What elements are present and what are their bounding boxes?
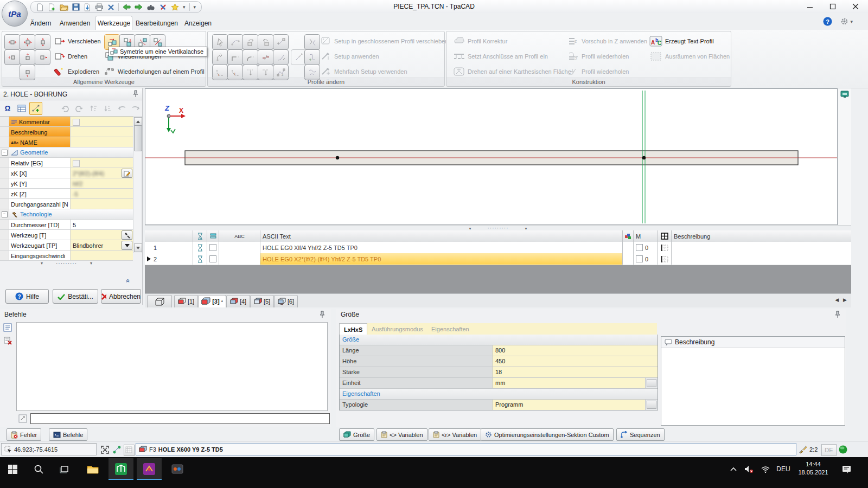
print-icon[interactable]: [95, 3, 104, 11]
round-corner-icon[interactable]: [242, 49, 258, 65]
favorites-star-icon[interactable]: [171, 3, 179, 11]
typologie-options-button[interactable]: [647, 401, 656, 409]
dropdown-arrow-icon[interactable]: [122, 241, 132, 250]
undo-icon[interactable]: [123, 4, 131, 10]
bestaetigen-button[interactable]: Bestäti...: [53, 289, 98, 304]
wiederholungen-profil-button[interactable]: Wiederholungen auf einem Profil: [104, 65, 205, 79]
center-xy-tool-icon[interactable]: [20, 34, 35, 50]
tab-ausfuehrungsmodus[interactable]: Ausführungsmodus: [367, 323, 427, 335]
section-geometrie[interactable]: − Geometrie: [0, 147, 133, 158]
tab-eigenschaften[interactable]: Eigenschaften: [427, 323, 474, 335]
ausraeumen-button[interactable]: Ausräumen von Flächen: [649, 49, 730, 63]
drehen-kartesisch-button[interactable]: Drehen auf einer Karthesischen Fläche: [453, 65, 571, 79]
add-to-profile-icon[interactable]: [304, 49, 320, 65]
settings-gear-icon[interactable]: ▾: [840, 17, 853, 25]
face-tabs-scroll-left-icon[interactable]: ◀: [835, 297, 839, 303]
setup-multi-button[interactable]: Mehrfach Setup verwenden: [321, 65, 407, 79]
tab-anwenden[interactable]: Anwenden: [58, 16, 92, 30]
face-tab-4[interactable]: [4]: [226, 295, 250, 307]
face-tab-1[interactable]: [1]: [174, 295, 198, 307]
tab-bearbeitungen[interactable]: Bearbeitungen: [135, 16, 179, 30]
tab-o-variablen[interactable]: <> Variablen: [376, 428, 427, 441]
setup-apply-button[interactable]: Setup anwenden: [321, 49, 379, 63]
column-fields-icon[interactable]: [623, 230, 634, 242]
favorites-dropdown-icon[interactable]: ▾: [183, 4, 186, 10]
tab-lxhxs[interactable]: LxHxS: [339, 323, 367, 335]
select-element-icon[interactable]: [212, 34, 228, 50]
tab-fehler[interactable]: Fehler: [7, 428, 41, 441]
setup-move-button[interactable]: Setup in geschlossenem Profil verschiebe…: [321, 34, 448, 48]
edit-formula-button[interactable]: [122, 169, 132, 178]
undo-disabled-icon[interactable]: [115, 102, 128, 115]
align-right-tool-icon[interactable]: [35, 49, 50, 65]
redo-disabled-icon[interactable]: [129, 102, 142, 115]
row-typologie[interactable]: Typologie Programm: [340, 400, 658, 410]
row-layer-checkbox[interactable]: [209, 244, 216, 251]
profil-korrektur-button[interactable]: Profil Korrektur: [453, 34, 507, 48]
center-x-tool-icon[interactable]: [4, 34, 20, 50]
column-m[interactable]: M: [634, 230, 658, 242]
import-file-icon[interactable]: [84, 3, 91, 11]
close-button[interactable]: [844, 0, 867, 13]
anschluesse-button[interactable]: Setzt Anschlüsse am Profil ein: [453, 49, 548, 63]
command-prompt-icon[interactable]: [18, 414, 27, 423]
task-view-icon[interactable]: [52, 458, 77, 480]
panel-splitter[interactable]: ▾ ········· ▾: [0, 261, 133, 266]
property-row-relativ[interactable]: Relativ [EG]: [0, 158, 133, 168]
pin-icon[interactable]: [833, 310, 842, 319]
fit-view-icon[interactable]: [101, 446, 109, 454]
customize-toolbar-icon[interactable]: ▾: [194, 4, 196, 10]
trim-profile-icon[interactable]: [273, 49, 289, 65]
help-icon[interactable]: ?: [823, 17, 832, 26]
tpa-logo[interactable]: tPa: [2, 1, 28, 27]
keyboard-language[interactable]: DEU: [774, 458, 793, 480]
add-geometry-icon[interactable]: [29, 102, 42, 115]
laenge-value[interactable]: 800: [493, 345, 658, 356]
einheit-value[interactable]: mm: [493, 378, 645, 388]
new-from-template-icon[interactable]: [48, 3, 56, 11]
properties-scrollbar[interactable]: [133, 116, 142, 253]
tab-groesse[interactable]: Größe: [339, 428, 374, 441]
full-view-icon[interactable]: [840, 91, 849, 98]
collapse-box[interactable]: −: [2, 150, 8, 156]
table-view-icon[interactable]: [15, 102, 28, 115]
row-laenge[interactable]: Länge 800: [340, 345, 658, 356]
sort-down-disabled-icon[interactable]: [101, 102, 114, 115]
taskbar-clock[interactable]: 14:44 18.05.2021: [793, 460, 833, 477]
tab-werkzeuge[interactable]: Werkzeuge: [95, 16, 132, 30]
search-icon[interactable]: [146, 4, 155, 11]
property-row-durchgangsanzahl[interactable]: Durchgangsanzahl [N: [0, 199, 133, 209]
pin-icon[interactable]: [318, 310, 327, 319]
face-tab-overall[interactable]: [147, 295, 172, 307]
row-hoehe[interactable]: Höhe 450: [340, 356, 658, 367]
align-left-tool-icon[interactable]: [4, 49, 20, 65]
rotate-profile-ccw-icon[interactable]: [258, 34, 273, 50]
tpa-app-2-icon[interactable]: [137, 458, 162, 480]
column-rownum[interactable]: [145, 230, 193, 242]
tab-r-variablen[interactable]: <r> Variablen: [429, 428, 481, 441]
new-document-icon[interactable]: [36, 3, 44, 11]
row-staerke[interactable]: Stärke 18: [340, 367, 658, 378]
row-m-checkbox[interactable]: [636, 255, 643, 262]
scroll-down-icon[interactable]: [134, 243, 142, 252]
square-corner-icon[interactable]: [227, 49, 243, 65]
align-top-tool-icon[interactable]: [20, 49, 35, 65]
vorschub-z-button[interactable]: z Vorschub in Z anwenden: [567, 34, 647, 48]
rotate-ccw-disabled-icon[interactable]: [73, 102, 86, 115]
split-element-icon[interactable]: [258, 49, 273, 65]
rotate-cw-disabled-icon[interactable]: [59, 102, 72, 115]
property-row-durchmesser[interactable]: Durchmesser [TD] 5: [0, 220, 133, 230]
minimize-button[interactable]: [799, 0, 821, 13]
face-tab-6[interactable]: [6]: [274, 295, 298, 307]
row-einheit[interactable]: Einheit mm: [340, 378, 658, 389]
pin-icon[interactable]: [132, 90, 139, 98]
collapse-box[interactable]: −: [2, 211, 8, 217]
column-ascii-text[interactable]: ASCII Text: [260, 230, 623, 242]
tab-befehle[interactable]: Befehle: [49, 428, 87, 441]
maximize-button[interactable]: [821, 0, 844, 13]
graphic-view[interactable]: Z X: [145, 88, 838, 225]
command-list-icon[interactable]: [3, 323, 13, 333]
tab-anzeigen[interactable]: Anzeigen: [182, 16, 214, 30]
property-row-werkzeug[interactable]: Werkzeug [T]: [0, 230, 133, 240]
property-row-xk[interactable]: xK [X] 2*(lf/2)-(lf/4): [0, 168, 133, 178]
